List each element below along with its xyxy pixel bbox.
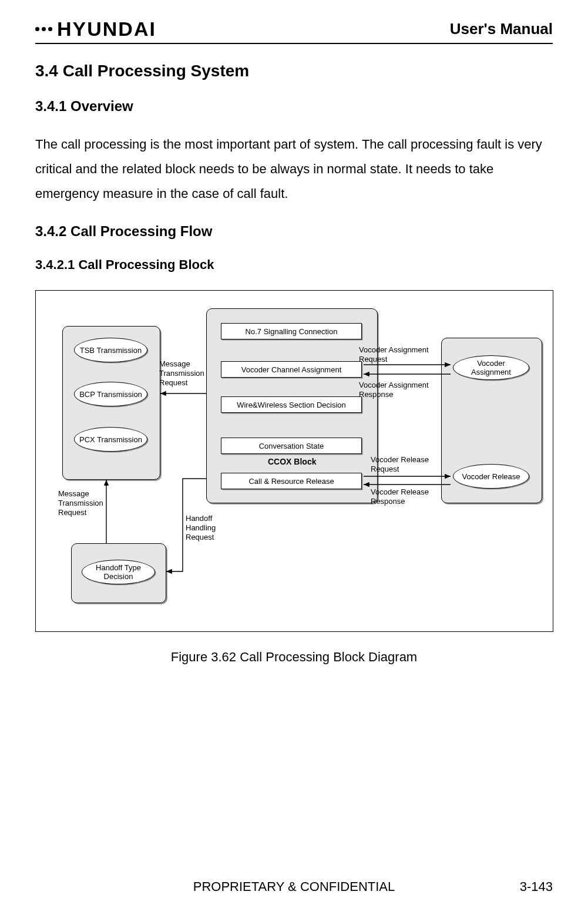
manual-title: User's Manual: [450, 20, 553, 38]
pcx-transmission-label: PCX Transmission: [79, 435, 142, 445]
page-header: HYUNDAI User's Manual: [35, 18, 553, 41]
vocoder-channel-assignment-label: Vocoder Channel Assignment: [241, 365, 342, 374]
message-transmission-request-left-label: Message Transmission Request: [58, 489, 117, 517]
bcp-transmission-label: BCP Transmission: [79, 390, 142, 399]
message-transmission-request-top-label: Message Transmission Request: [159, 359, 212, 387]
conversation-state-node: Conversation State: [221, 438, 362, 454]
vocoder-assignment-label: Vocoder Assignment: [457, 359, 525, 377]
block-diagram: TSB Transmission BCP Transmission PCX Tr…: [35, 290, 553, 632]
footer-confidential: PROPRIETARY & CONFIDENTIAL: [193, 879, 395, 894]
ccox-block-title: CCOX Block: [268, 457, 316, 466]
conversation-state-label: Conversation State: [259, 442, 324, 450]
heading-3-4-1: 3.4.1 Overview: [35, 98, 553, 115]
call-resource-release-label: Call & Resource Release: [248, 477, 334, 486]
no7-signalling-label: No.7 Signalling Connection: [246, 327, 338, 336]
call-resource-release-node: Call & Resource Release: [221, 473, 362, 489]
figure-caption: Figure 3.62 Call Processing Block Diagra…: [35, 650, 553, 665]
vocoder-release-request-label: Vocoder Release Request: [371, 455, 447, 473]
tsb-transmission-label: TSB Transmission: [80, 346, 142, 355]
wire-wireless-decision-label: Wire&Wireless Section Decision: [237, 401, 346, 409]
wire-wireless-decision-node: Wire&Wireless Section Decision: [221, 396, 362, 413]
handoff-handling-request-label: Handoff Handling Request: [186, 514, 233, 541]
heading-3-4: 3.4 Call Processing System: [35, 62, 553, 80]
vocoder-release-label: Vocoder Release: [462, 472, 520, 482]
brand-text: HYUNDAI: [57, 18, 156, 41]
logo-dots-icon: [35, 27, 52, 31]
handoff-type-decision-label: Handoff Type Decision: [86, 563, 151, 581]
no7-signalling-node: No.7 Signalling Connection: [221, 323, 362, 339]
vocoder-release-response-label: Vocoder Release Response: [371, 487, 450, 506]
page-footer: PROPRIETARY & CONFIDENTIAL 3-143: [35, 879, 553, 894]
heading-3-4-2: 3.4.2 Call Processing Flow: [35, 223, 553, 240]
heading-3-4-2-1: 3.4.2.1 Call Processing Block: [35, 257, 553, 273]
overview-paragraph: The call processing is the most importan…: [35, 132, 553, 206]
header-rule: [35, 43, 553, 44]
brand-logo: HYUNDAI: [35, 18, 156, 41]
handoff-type-decision-node: Handoff Type Decision: [82, 560, 155, 584]
vocoder-assignment-response-label: Vocoder Assignment Response: [359, 381, 447, 399]
vocoder-assignment-node: Vocoder Assignment: [453, 355, 529, 380]
vocoder-channel-assignment-node: Vocoder Channel Assignment: [221, 361, 362, 378]
footer-page-number: 3-143: [520, 879, 553, 894]
vocoder-assignment-request-label: Vocoder Assignment Request: [359, 345, 447, 364]
